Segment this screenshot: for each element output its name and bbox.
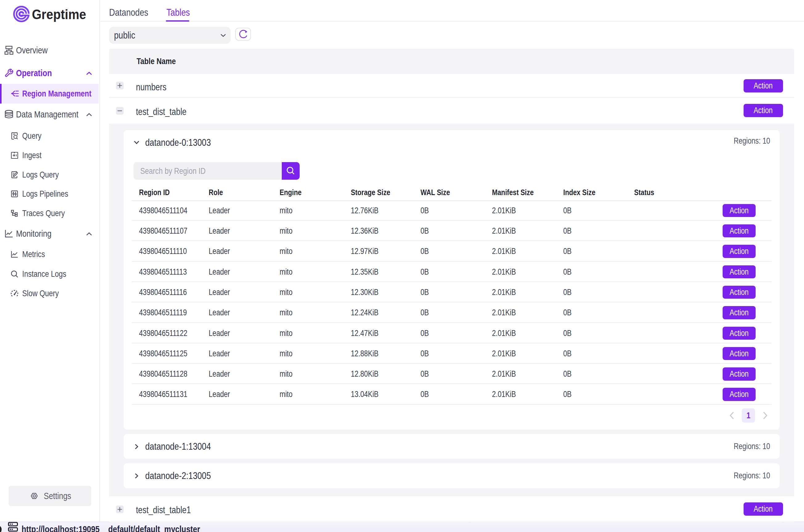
svg-text:Greptime: Greptime	[32, 6, 86, 22]
